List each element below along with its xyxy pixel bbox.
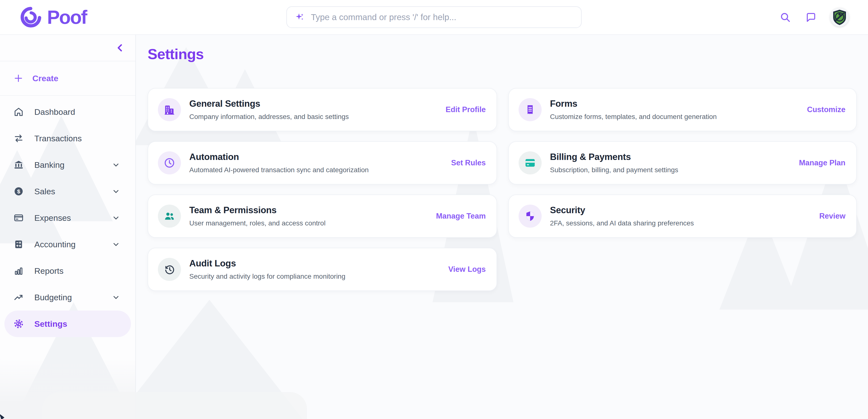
receipt-icon <box>524 103 536 116</box>
card-description: 2FA, sessions, and AI data sharing prefe… <box>550 219 694 227</box>
card-description: Subscription, billing, and payment setti… <box>550 166 678 174</box>
top-bar: Poof <box>0 0 868 35</box>
edit-profile-link[interactable]: Edit Profile <box>445 105 486 114</box>
sidebar-item-create[interactable]: Create <box>0 61 135 96</box>
home-icon <box>13 107 24 117</box>
view-logs-link[interactable]: View Logs <box>448 265 486 274</box>
poof-swirl-icon <box>19 6 42 29</box>
card-title: Billing & Payments <box>550 152 678 162</box>
card-description: Security and activity logs for complianc… <box>189 273 345 280</box>
manage-team-link[interactable]: Manage Team <box>436 212 486 220</box>
history-icon <box>163 263 176 275</box>
sidebar-item-transactions[interactable]: Transactions <box>4 125 131 152</box>
app-name: Poof <box>47 6 87 28</box>
card-title: Team & Permissions <box>189 205 326 215</box>
icon-circle <box>158 258 181 281</box>
sidebar-item-sales[interactable]: $ Sales <box>4 178 131 205</box>
icon-circle <box>519 98 541 121</box>
chevron-down-icon <box>112 240 120 248</box>
chat-icon[interactable] <box>805 11 816 23</box>
command-input[interactable] <box>311 12 574 22</box>
credit-card-icon <box>524 157 536 169</box>
set-rules-link[interactable]: Set Rules <box>451 158 486 167</box>
bank-icon <box>13 159 24 170</box>
users-icon <box>163 210 176 222</box>
card-billing-payments[interactable]: Billing & Payments Subscription, billing… <box>508 141 857 184</box>
icon-circle <box>158 151 181 174</box>
calculator-icon <box>13 239 24 250</box>
card-title: Forms <box>550 99 717 109</box>
gear-icon <box>13 319 24 329</box>
card-title: Audit Logs <box>189 258 345 269</box>
manage-plan-link[interactable]: Manage Plan <box>799 158 846 167</box>
card-title: General Settings <box>189 99 349 109</box>
card-automation[interactable]: Automation Automated AI-powered transact… <box>148 141 497 184</box>
sidebar-item-accounting[interactable]: Accounting <box>4 231 131 258</box>
trending-up-icon <box>13 292 24 303</box>
chevron-down-icon <box>112 187 120 196</box>
clock-icon <box>163 157 176 169</box>
card-security[interactable]: Security 2FA, sessions, and AI data shar… <box>508 194 857 238</box>
create-label: Create <box>32 73 58 83</box>
icon-circle <box>158 98 181 121</box>
icon-circle <box>519 205 541 228</box>
sidebar-item-settings[interactable]: Settings <box>4 310 131 337</box>
card-team-permissions[interactable]: Team & Permissions User management, role… <box>148 194 497 238</box>
card-description: User management, roles, and access contr… <box>189 219 326 227</box>
chevron-down-icon <box>112 161 120 169</box>
card-title: Automation <box>189 152 369 162</box>
credit-card-icon <box>13 212 24 223</box>
search-icon[interactable] <box>779 11 791 23</box>
settings-cards-grid: General Settings Company information, ad… <box>148 88 857 291</box>
sidebar-item-expenses[interactable]: Expenses <box>4 205 131 231</box>
icon-circle <box>519 151 541 174</box>
card-title: Security <box>550 205 694 215</box>
mountain-watermark <box>136 300 303 419</box>
sidebar-nav: Dashboard Transactions <box>0 96 135 337</box>
card-description: Company information, addresses, and basi… <box>189 113 349 121</box>
icon-circle <box>158 205 181 228</box>
page-title: Settings <box>148 46 857 63</box>
building-icon <box>163 103 176 116</box>
review-link[interactable]: Review <box>819 212 845 220</box>
command-bar[interactable] <box>286 6 582 28</box>
chevron-down-icon <box>112 293 120 301</box>
sparkles-icon <box>294 12 305 23</box>
header-actions <box>779 8 849 27</box>
dollar-icon: $ <box>13 186 24 197</box>
card-description: Customize forms, templates, and document… <box>550 113 717 121</box>
card-description: Automated AI-powered transaction sync an… <box>189 166 369 174</box>
shield-icon <box>524 210 536 222</box>
sidebar-collapse-row <box>0 35 135 61</box>
chevron-down-icon <box>112 214 120 222</box>
sidebar-item-dashboard[interactable]: Dashboard <box>4 99 131 125</box>
customize-link[interactable]: Customize <box>807 105 845 114</box>
card-forms[interactable]: Forms Customize forms, templates, and do… <box>508 88 857 131</box>
card-general-settings[interactable]: General Settings Company information, ad… <box>148 88 497 131</box>
sidebar-item-budgeting[interactable]: Budgeting <box>4 284 131 310</box>
bar-chart-icon <box>13 265 24 276</box>
sidebar-bottom-wash <box>0 358 135 419</box>
main-content: Settings <box>136 35 868 419</box>
plus-icon <box>13 73 24 83</box>
card-audit-logs[interactable]: Audit Logs Security and activity logs fo… <box>148 248 497 291</box>
sidebar-item-reports[interactable]: Reports <box>4 258 131 284</box>
transfer-icon <box>13 133 24 144</box>
sidebar: Create Dashboard Transactions <box>0 35 136 419</box>
collapse-sidebar-icon[interactable] <box>115 42 126 53</box>
user-avatar[interactable] <box>830 8 849 27</box>
app-logo[interactable]: Poof <box>19 6 87 29</box>
sidebar-item-banking[interactable]: Banking <box>4 152 131 178</box>
svg-text:$: $ <box>17 188 20 194</box>
